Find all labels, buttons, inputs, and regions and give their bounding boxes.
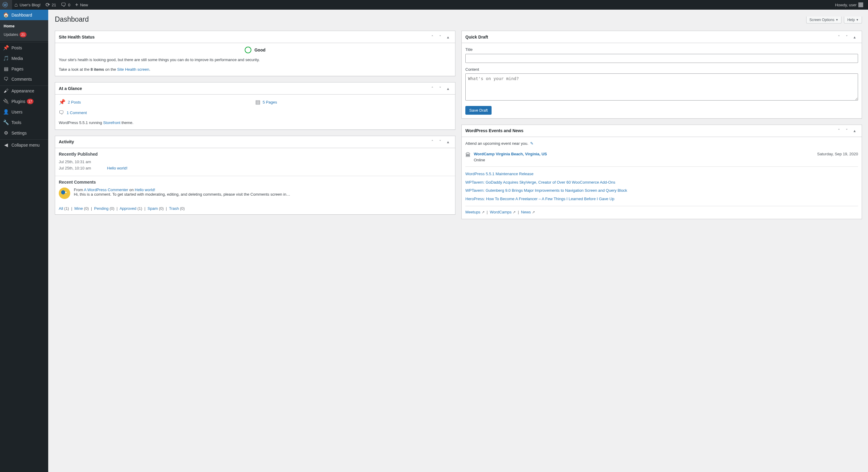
comment-from: From [74,188,84,192]
move-up-button[interactable]: ˄ [429,33,436,41]
meetups-link[interactable]: Meetups [465,210,480,214]
menu-posts-label: Posts [11,45,22,50]
health-status: Good [254,47,266,53]
move-up-button[interactable]: ˄ [429,85,436,92]
draft-title-input[interactable] [465,54,858,63]
draft-content-textarea[interactable] [465,73,858,101]
brush-icon: 🖌 [3,88,9,94]
filter-approved[interactable]: Approved [120,206,136,211]
site-name-link[interactable]: ⌂User's Blog! [12,0,43,10]
filter-all[interactable]: All [59,206,63,211]
event-title-link[interactable]: WordCamp Virginia Beach, Virginia, US [474,152,547,156]
toggle-button[interactable]: ▴ [851,127,858,134]
menu-tools[interactable]: 🔧Tools [0,117,48,128]
filter-spam[interactable]: Spam [148,206,158,211]
menu-users[interactable]: 👤Users [0,107,48,117]
news-list: WordPress 5.5.1 Maintenance Release WPTa… [465,166,858,204]
menu-settings[interactable]: ⚙Settings [0,128,48,138]
menu-collapse[interactable]: ◀Collapse menu [0,140,48,150]
postbox-inside: Good Your site's health is looking good,… [55,43,455,76]
screen-options-button[interactable]: Screen Options▼ [806,16,842,24]
comment-post-link[interactable]: Hello world! [135,188,155,192]
help-button[interactable]: Help▼ [844,16,862,24]
save-draft-button[interactable]: Save Draft [465,106,492,115]
news-link[interactable]: HeroPress: How To Become A Freelancer – … [465,197,615,201]
move-up-button[interactable]: ˄ [835,127,842,134]
menu-appearance-label: Appearance [11,89,34,93]
menu-dashboard-label: Dashboard [11,13,32,18]
screen-options-label: Screen Options [809,18,835,22]
menu-settings-label: Settings [11,131,27,135]
comment-text-block: From A WordPress Commenter on Hello worl… [74,188,290,199]
menu-plugins[interactable]: 🔌Plugins17 [0,96,48,107]
postbox-title: Activity [59,139,429,144]
filter-pending[interactable]: Pending [94,206,108,211]
pages-icon: ▤ [255,98,260,106]
menu-media-label: Media [11,56,23,61]
wordpress-icon: ⓦ [2,1,8,8]
new-text: New [80,3,88,7]
move-down-button[interactable]: ˅ [843,33,850,41]
site-health-link[interactable]: Site Health screen [117,67,149,72]
submenu-updates[interactable]: Updates21 [0,30,48,39]
menu-pages[interactable]: ▤Pages [0,64,48,74]
published-link[interactable]: Hello world! [107,166,127,170]
handle-actions: ˄ ˅ ▴ [835,127,858,134]
filter-trash[interactable]: Trash [169,206,179,211]
plug-icon: 🔌 [3,98,9,104]
filter-approved-count: (1) [136,206,142,211]
move-down-button[interactable]: ˅ [436,33,444,41]
activity-published-title: Recently Published [59,152,452,157]
move-up-button[interactable]: ˄ [835,33,842,41]
submenu-home[interactable]: Home [0,22,48,30]
glance-pages-link[interactable]: 5 Pages [263,99,277,105]
news-link[interactable]: WPTavern: GoDaddy Acquires SkyVerge, Cre… [465,180,615,184]
health-items-count: 8 items [91,67,104,72]
postbox-activity: Activity ˄ ˅ ▴ Recently Published Jul 25… [55,136,456,215]
move-up-button[interactable]: ˄ [429,138,436,145]
event-item: 🏛 WordCamp Virginia Beach, Virginia, US … [465,149,858,166]
account-link[interactable]: Howdy, user [833,0,866,10]
health-indicator: Good [59,47,452,53]
collapse-icon: ◀ [3,142,9,148]
draft-title-label: Title [465,47,858,53]
comment-filters: All (1) | Mine (0) | Pending (0) | Appro… [55,203,455,214]
wp-logo[interactable]: ⓦ [0,0,12,10]
news-link[interactable]: WPTavern: Gutenberg 9.0 Brings Major Imp… [465,188,627,193]
filter-mine[interactable]: Mine [74,206,83,211]
menu-dashboard[interactable]: 🏠Dashboard [0,10,48,20]
menu-appearance[interactable]: 🖌Appearance [0,86,48,96]
move-down-button[interactable]: ˅ [436,85,444,92]
news-item: WPTavern: Gutenberg 9.0 Brings Major Imp… [465,186,858,195]
menu-pages-label: Pages [11,67,24,71]
edit-location-icon[interactable]: ✎ [530,141,533,146]
toggle-button[interactable]: ▴ [444,33,452,41]
site-name-text: User's Blog! [20,3,41,7]
updates-link[interactable]: ⟳21 [43,0,59,10]
toggle-button[interactable]: ▴ [851,33,858,41]
comment-author-link[interactable]: A WordPress Commenter [84,188,128,192]
news-link[interactable]: WordPress 5.5.1 Maintenance Release [465,172,533,176]
help-label: Help [847,18,855,22]
menu-users-label: Users [11,109,23,114]
news-link[interactable]: News [521,210,531,214]
move-down-button[interactable]: ˅ [436,138,444,145]
adminbar-left: ⓦ ⌂User's Blog! ⟳21 🗨0 +New [0,0,90,10]
glance-comments: 🗨1 Comment [59,109,255,117]
sliders-icon: ⚙ [3,130,9,136]
wordcamps-link[interactable]: WordCamps [490,210,512,214]
glance-posts-link[interactable]: 2 Posts [68,99,81,105]
glance-theme-link[interactable]: Storefront [103,121,120,125]
toggle-button[interactable]: ▴ [444,138,452,145]
move-down-button[interactable]: ˅ [843,127,850,134]
postbox-header: Site Health Status ˄ ˅ ▴ [55,31,455,43]
menu-posts[interactable]: 📌Posts [0,42,48,53]
comments-link[interactable]: 🗨0 [59,0,73,10]
menu-comments[interactable]: 🗨Comments [0,74,48,84]
glance-comments-link[interactable]: 1 Comment [67,110,87,116]
handle-actions: ˄ ˅ ▴ [835,33,858,41]
menu-media[interactable]: 🎵Media [0,53,48,64]
new-link[interactable]: +New [73,0,90,10]
toggle-button[interactable]: ▴ [444,85,452,92]
event-location: Online [474,157,814,163]
